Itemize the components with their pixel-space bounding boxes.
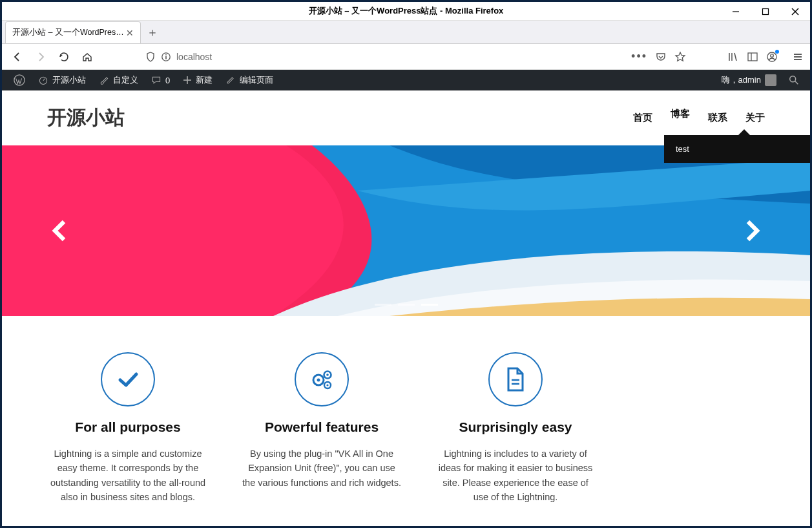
tab-close-icon[interactable]: ✕: [126, 28, 134, 38]
comments-button[interactable]: 0: [145, 70, 176, 90]
reload-button[interactable]: [55, 48, 73, 66]
feature-title: Powerful features: [241, 419, 402, 435]
feature-purposes: For all purposes Lightning is a simple a…: [47, 352, 209, 505]
comment-icon: [151, 75, 161, 85]
nav-home[interactable]: 首页: [633, 108, 652, 128]
window-maximize-button[interactable]: [751, 2, 780, 21]
plus-icon: [183, 76, 192, 85]
feature-title: For all purposes: [47, 419, 209, 435]
nav-contact[interactable]: 联系: [708, 108, 727, 128]
svg-point-22: [790, 76, 796, 82]
account-menu-button[interactable]: 嗨，admin: [715, 70, 783, 90]
window-close-button[interactable]: [780, 2, 810, 21]
edit-page-button[interactable]: 编辑页面: [219, 70, 280, 90]
dropdown-item-test[interactable]: test: [676, 140, 689, 158]
browser-tabstrip: 开源小站 – 又一个WordPres… ✕ ＋: [2, 21, 810, 44]
hamburger-menu-icon[interactable]: [792, 51, 804, 63]
browser-tab-label: 开源小站 – 又一个WordPres…: [12, 27, 126, 38]
svg-line-9: [734, 53, 736, 61]
back-button[interactable]: [8, 48, 26, 66]
pocket-icon[interactable]: [655, 51, 667, 63]
sidebar-icon[interactable]: [747, 51, 758, 63]
info-icon[interactable]: [161, 52, 171, 62]
avatar: [765, 74, 776, 86]
new-tab-button[interactable]: ＋: [141, 21, 164, 43]
svg-line-19: [43, 79, 45, 81]
dashboard-icon: [38, 75, 48, 85]
main-nav: 首页 博客 test 联系 关于: [633, 108, 765, 128]
svg-point-13: [771, 54, 774, 57]
nav-blog[interactable]: 博客: [671, 105, 690, 123]
nav-blog-dropdown: test: [664, 135, 810, 163]
account-icon[interactable]: [766, 51, 778, 63]
svg-rect-10: [748, 53, 757, 61]
slider-prev-button[interactable]: [47, 218, 73, 244]
slider-dot-2[interactable]: [398, 304, 415, 306]
feature-body: Lightning is includes to a variety of id…: [435, 447, 596, 505]
site-title[interactable]: 开源小站: [47, 105, 125, 131]
svg-point-17: [14, 75, 25, 85]
nav-about[interactable]: 关于: [745, 108, 765, 128]
library-icon[interactable]: [727, 51, 739, 63]
feature-body: Lightning is a simple and customize easy…: [47, 447, 209, 505]
feature-powerful: Powerful features By using the plug-in "…: [241, 352, 402, 505]
wp-logo-button[interactable]: [7, 70, 32, 90]
url-text: localhost: [176, 52, 212, 62]
slider-next-button[interactable]: [739, 218, 765, 244]
url-bar[interactable]: localhost: [140, 47, 587, 67]
svg-rect-1: [763, 8, 769, 14]
adminbar-search-button[interactable]: [783, 70, 805, 90]
brush-icon: [99, 75, 109, 85]
feature-title: Surprisingly easy: [435, 419, 596, 435]
hero-image: [2, 145, 810, 316]
svg-point-26: [317, 379, 320, 382]
feature-easy: Surprisingly easy Lightning is includes …: [435, 352, 596, 505]
browser-toolbar: localhost •••: [2, 44, 810, 70]
svg-point-6: [165, 54, 167, 55]
slider-dot-1[interactable]: [375, 304, 391, 306]
features-row: For all purposes Lightning is a simple a…: [2, 316, 810, 505]
svg-line-23: [795, 81, 798, 85]
shield-icon[interactable]: [145, 52, 156, 62]
slider-dot-3[interactable]: [421, 304, 438, 306]
site-header: 开源小站 首页 博客 test 联系 关于: [2, 90, 810, 145]
customize-button[interactable]: 自定义: [92, 70, 145, 90]
svg-point-30: [326, 384, 328, 386]
home-button[interactable]: [78, 48, 96, 66]
pencil-icon: [225, 75, 236, 85]
site-name-button[interactable]: 开源小站: [32, 70, 92, 90]
window-title: 开源小站 – 又一个WordPress站点 - Mozilla Firefox: [309, 5, 504, 17]
document-icon: [488, 352, 543, 407]
window-minimize-button[interactable]: [721, 2, 751, 21]
feature-body: By using the plug-in "VK All in One Expa…: [241, 447, 402, 490]
browser-tab[interactable]: 开源小站 – 又一个WordPres… ✕: [5, 21, 141, 43]
new-content-button[interactable]: 新建: [176, 70, 219, 90]
more-actions-icon[interactable]: •••: [631, 50, 647, 63]
slider-indicators: [375, 304, 438, 306]
svg-point-28: [326, 374, 329, 376]
gears-icon: [295, 352, 349, 407]
check-icon: [101, 352, 155, 407]
bookmark-star-icon[interactable]: [674, 51, 686, 63]
window-titlebar: 开源小站 – 又一个WordPress站点 - Mozilla Firefox: [2, 2, 810, 21]
wp-admin-bar: 开源小站 自定义 0 新建 编辑页面 嗨，admin: [2, 70, 810, 90]
hero-slider: [2, 145, 810, 316]
forward-button[interactable]: [32, 48, 50, 66]
page-content: 开源小站 首页 博客 test 联系 关于: [2, 90, 810, 526]
